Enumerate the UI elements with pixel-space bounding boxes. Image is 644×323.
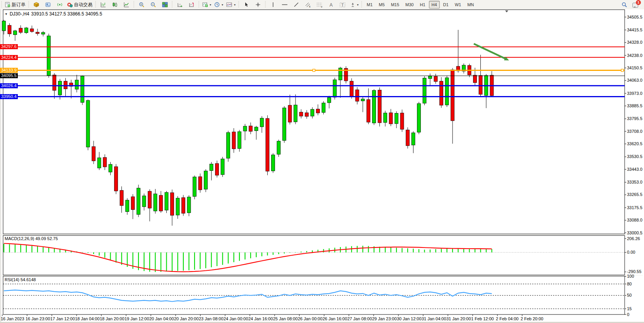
toolbar-grip <box>237 1 240 8</box>
hline-handle[interactable] <box>313 69 315 72</box>
price-axis-label: 34328.0 <box>627 40 642 45</box>
candle-body-up <box>25 28 28 33</box>
horizontal-line-tool-button[interactable] <box>279 0 290 9</box>
candles-layer <box>2 20 494 225</box>
symbol-dropdown-icon[interactable]: ▼ <box>5 12 8 16</box>
auto-scroll-button[interactable] <box>174 0 186 9</box>
pane-splitter[interactable] <box>0 234 643 235</box>
pane-splitter[interactable] <box>0 275 643 276</box>
horizontal-line-icon <box>282 2 288 7</box>
price-axis-label: 33708.0 <box>627 129 642 134</box>
arrows-tool-button[interactable]: ▾ <box>348 0 360 9</box>
toolbar-grip <box>94 1 97 8</box>
price-axis-label: 34415.5 <box>627 27 642 32</box>
timeframe-button-h1[interactable]: H1 <box>417 1 428 9</box>
vertical-line-tool-button[interactable] <box>267 0 279 9</box>
trend-arrow-line[interactable] <box>474 44 506 59</box>
indicators-button[interactable]: ▾ <box>201 0 213 9</box>
candle-body-down <box>440 81 443 105</box>
zoom-out-button[interactable] <box>147 0 159 9</box>
fibonacci-tool-button[interactable]: F <box>314 0 325 9</box>
candlestick-chart-button[interactable] <box>109 0 121 9</box>
new-order-label: 新订单 <box>12 2 26 8</box>
auto-trading-label: 自动交易 <box>74 2 92 8</box>
macd-signal-line <box>4 244 492 272</box>
signals-button[interactable] <box>54 0 65 9</box>
channel-icon: E <box>305 2 311 8</box>
crosshair-icon <box>255 2 261 7</box>
tile-windows-button[interactable] <box>159 0 171 9</box>
date-axis-label: 19 Jan 12:00 <box>125 316 149 321</box>
notifications-button[interactable]: 1 <box>630 0 642 9</box>
candlestick-chart-icon <box>112 2 118 7</box>
bar-chart-icon <box>101 2 106 7</box>
new-order-icon <box>5 2 10 7</box>
macd-pane-border <box>3 235 625 275</box>
svg-text:T: T <box>342 3 344 7</box>
price-axis-label: 33000.5 <box>627 230 642 235</box>
toolbar-right-group: 1 <box>618 0 644 9</box>
date-axis-label: 27 Jan 08:00 <box>347 316 372 321</box>
cursor-icon <box>244 2 249 7</box>
chart-shift-button[interactable] <box>186 0 197 9</box>
candle-body-up <box>109 164 112 172</box>
date-axis-label: 24 Jan 00:00 <box>224 316 248 321</box>
candle-body-up <box>204 171 208 189</box>
candle-body-up <box>260 118 264 127</box>
rsi-axis-label: 0 <box>627 312 629 317</box>
macd-layer <box>3 244 625 272</box>
candle-body-up <box>75 80 79 89</box>
timeframe-button-m30[interactable]: M30 <box>403 1 416 9</box>
zoom-in-button[interactable] <box>136 0 147 9</box>
candle-body-up <box>193 177 196 196</box>
timeframe-button-h4[interactable]: H4 <box>429 1 440 9</box>
timeframe-button-w1[interactable]: W1 <box>452 1 464 9</box>
auto-trading-button[interactable]: 自动交易 <box>65 0 94 9</box>
cursor-tool-button[interactable] <box>241 0 252 9</box>
search-button[interactable] <box>618 0 630 9</box>
new-order-button[interactable]: 新订单 <box>3 0 27 9</box>
zoom-out-icon <box>150 2 156 8</box>
text-label-icon: T <box>340 2 346 8</box>
candle-body-up <box>176 198 179 215</box>
price-axis-label: 33795.5 <box>627 116 642 121</box>
chart-profiles-button[interactable] <box>42 0 54 9</box>
line-chart-button[interactable] <box>121 0 132 9</box>
timeframe-button-m1[interactable]: M1 <box>364 1 375 9</box>
candle-body-up <box>445 78 449 105</box>
macd-indicator-label: MACD(12,26,9) 49.09 52.75 <box>5 236 58 241</box>
timeframe-button-d1[interactable]: D1 <box>441 1 451 9</box>
market-watch-icon <box>34 2 39 7</box>
templates-button[interactable]: ▾ <box>225 0 237 9</box>
rsi-axis-label: 80 <box>627 282 632 286</box>
candle-body-down <box>473 75 477 82</box>
candle-body-down <box>355 90 359 101</box>
candle-body-up <box>142 196 146 207</box>
market-watch-button[interactable] <box>31 0 42 9</box>
candle-body-down <box>120 191 123 206</box>
periods-button[interactable]: ▾ <box>213 0 225 9</box>
timeframe-button-m15[interactable]: M15 <box>388 1 402 9</box>
toolbar-grip <box>0 1 3 8</box>
rsi-line <box>4 290 492 302</box>
candle-body-up <box>283 108 286 140</box>
chart-shift-marker-icon[interactable] <box>505 10 508 14</box>
chart-canvas[interactable] <box>0 9 644 323</box>
hline-handle[interactable] <box>621 69 624 72</box>
candle-body-down <box>114 167 118 191</box>
candle-body-up <box>221 159 224 175</box>
timeframe-button-mn[interactable]: MN <box>465 1 477 9</box>
candle-body-down <box>8 25 11 34</box>
text-tool-button[interactable]: A <box>325 0 337 9</box>
text-label-tool-button[interactable]: T <box>337 0 348 9</box>
vertical-line-icon <box>271 2 275 7</box>
ohlc-values: 33910.5 34127.5 33866.5 34095.5 <box>31 11 102 17</box>
candle-body-down <box>53 75 56 90</box>
trendline-tool-button[interactable] <box>290 0 302 9</box>
crosshair-tool-button[interactable] <box>252 0 264 9</box>
bar-chart-button[interactable] <box>97 0 109 9</box>
candle-body-up <box>243 126 247 131</box>
channel-tool-button[interactable]: E <box>302 0 314 9</box>
timeframe-button-m5[interactable]: M5 <box>376 1 387 9</box>
svg-text:A: A <box>330 2 333 7</box>
